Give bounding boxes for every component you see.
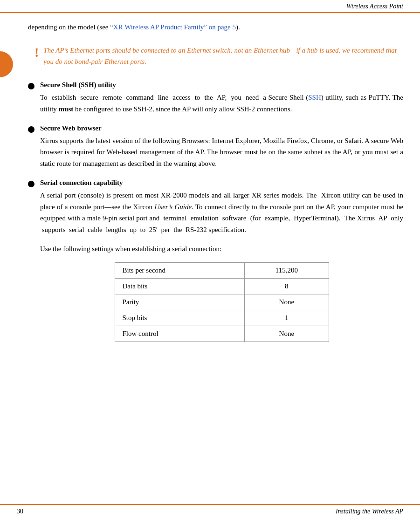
warning-box: ! The AP’s Ethernet ports should be conn… xyxy=(28,41,403,71)
table-cell-value: None xyxy=(245,294,329,310)
must-bold: must xyxy=(59,105,74,113)
intro-text-after: ). xyxy=(236,23,240,31)
page-footer: 30 Installing the Wireless AP xyxy=(0,504,420,519)
intro-link-text: “XR Wireless AP Product Family” on page … xyxy=(110,23,236,31)
table-row: ParityNone xyxy=(115,294,329,310)
footer-right-text: Installing the Wireless AP xyxy=(336,508,403,515)
header-title: Wireless Access Point xyxy=(346,3,403,10)
xr-product-family-link[interactable]: “XR Wireless AP Product Family” on page … xyxy=(110,23,236,31)
list-item-web-browser: Secure Web browser Xirrus supports the l… xyxy=(28,124,403,170)
main-content: depending on the model (see “XR Wireless… xyxy=(0,13,420,379)
table-cell-value: 1 xyxy=(245,310,329,326)
warning-exclamation-icon: ! xyxy=(34,46,39,60)
ssh-paragraph: To establish secure remote command line … xyxy=(40,92,403,115)
intro-text-before: depending on the model (see xyxy=(28,23,110,31)
table-cell-label: Parity xyxy=(115,294,245,310)
serial-paragraph: A serial port (console) is present on mo… xyxy=(40,190,403,236)
users-guide-italic: User’s Guide xyxy=(154,203,192,211)
ssh-heading: Secure Shell (SSH) utility xyxy=(40,81,403,89)
serial-settings-table: Bits per second115,200Data bits8ParityNo… xyxy=(115,262,329,342)
bullet-content-web: Secure Web browser Xirrus supports the l… xyxy=(40,124,403,170)
table-row: Stop bits1 xyxy=(115,310,329,326)
table-cell-value: 115,200 xyxy=(245,262,329,278)
table-row: Data bits8 xyxy=(115,278,329,294)
table-cell-label: Data bits xyxy=(115,278,245,294)
footer-page-number: 30 xyxy=(17,508,23,515)
intro-paragraph: depending on the model (see “XR Wireless… xyxy=(28,21,403,33)
table-cell-label: Stop bits xyxy=(115,310,245,326)
table-row: Bits per second115,200 xyxy=(115,262,329,278)
use-following-text: Use the following settings when establis… xyxy=(40,243,403,255)
list-item-serial: Serial connection capability A serial po… xyxy=(28,179,403,342)
web-browser-heading: Secure Web browser xyxy=(40,124,403,132)
bullet-dot-ssh xyxy=(28,83,34,89)
bullet-content-ssh: Secure Shell (SSH) utility To establish … xyxy=(40,81,403,115)
feature-list: Secure Shell (SSH) utility To establish … xyxy=(28,81,403,342)
serial-settings-table-wrap: Bits per second115,200Data bits8ParityNo… xyxy=(40,262,403,342)
bullet-dot-web xyxy=(28,126,34,133)
warning-text: The AP’s Ethernet ports should be connec… xyxy=(43,45,397,67)
table-row: Flow controlNone xyxy=(115,326,329,341)
bullet-content-serial: Serial connection capability A serial po… xyxy=(40,179,403,342)
table-cell-label: Bits per second xyxy=(115,262,245,278)
ssh-link[interactable]: SSH xyxy=(308,94,321,101)
table-cell-value: None xyxy=(245,326,329,341)
page-header: Wireless Access Point xyxy=(0,0,420,13)
bullet-dot-serial xyxy=(28,181,34,187)
serial-heading: Serial connection capability xyxy=(40,179,403,187)
table-cell-label: Flow control xyxy=(115,326,245,341)
table-cell-value: 8 xyxy=(245,278,329,294)
list-item-ssh: Secure Shell (SSH) utility To establish … xyxy=(28,81,403,115)
web-browser-paragraph: Xirrus supports the latest version of th… xyxy=(40,135,403,170)
